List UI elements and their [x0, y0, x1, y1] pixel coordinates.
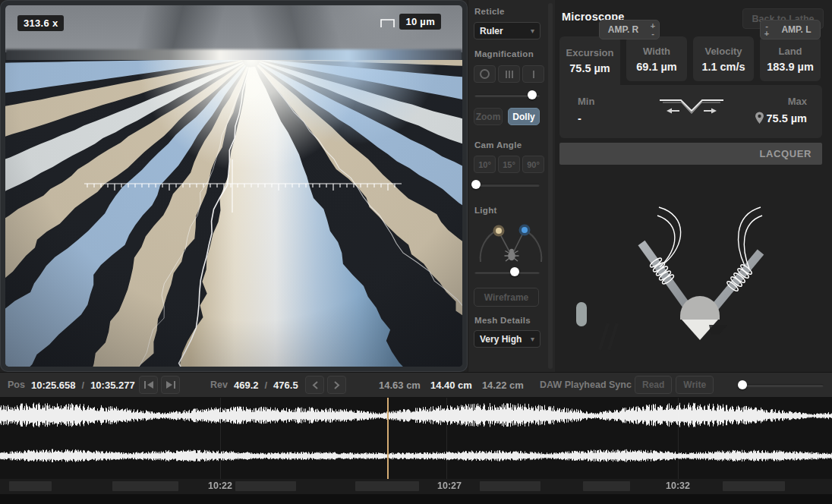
minus-sign: -: [651, 30, 654, 37]
rev-current: 469.2: [234, 380, 259, 391]
view-controls-panel: Reticle Ruler ▾ Magnification Zoom Dolly…: [468, 0, 555, 372]
wireframe-toggle-button[interactable]: Wireframe: [474, 288, 539, 307]
daw-slider-knob[interactable]: [738, 380, 747, 389]
cam-angle-10-button[interactable]: 10°: [474, 156, 496, 173]
pin-icon: [755, 112, 764, 124]
groove-fan-graphic: [5, 5, 462, 367]
skip-start-icon: [144, 381, 153, 389]
amp-right-button[interactable]: AMP. R +-: [599, 20, 660, 39]
cam-angle-slider[interactable]: [474, 180, 540, 189]
timeline-region-block[interactable]: [723, 481, 785, 491]
excursion-range-panel: Min - Max 75.5 µm: [559, 85, 822, 138]
mesh-details-dropdown[interactable]: Very High ▾: [474, 330, 540, 348]
bars-icon: [506, 71, 507, 78]
daw-read-button[interactable]: Read: [635, 376, 672, 394]
next-rev-button[interactable]: [327, 376, 346, 394]
lacquer-surface: LACQUER: [559, 143, 822, 165]
radius-outer: 14.63 cm: [379, 380, 421, 391]
plus-sign: +: [764, 30, 769, 37]
magnification-slider[interactable]: [474, 90, 540, 99]
lacquer-label: LACQUER: [760, 148, 812, 159]
timeline-time-label: 10:27: [437, 480, 462, 491]
timeline-scroll-strip[interactable]: [0, 494, 832, 504]
bar-icon: [533, 71, 534, 78]
circle-lens-icon: [480, 69, 490, 79]
blue-light-knob[interactable]: [519, 225, 531, 236]
amp-left-button[interactable]: -+ AMP. L: [760, 20, 821, 39]
radius-current: 14.40 cm: [430, 380, 472, 391]
stat-tab-land[interactable]: Land 183.9 µm: [760, 36, 821, 81]
timeline-gridline: [220, 398, 221, 479]
rev-label: Rev: [210, 380, 228, 390]
waveform-canvas: [0, 398, 832, 479]
magnification-badge: 313.6 x: [17, 15, 64, 31]
groove-cross-section-icon: [657, 94, 726, 118]
stylus-shadow: [709, 325, 727, 335]
max-value: 75.5 µm: [767, 112, 808, 124]
timeline-gridline: [678, 398, 679, 479]
light-section-label: Light: [474, 206, 497, 215]
cam-angle-90-button[interactable]: 90°: [522, 156, 544, 173]
radius-inner: 14.22 cm: [482, 380, 524, 391]
min-label: Min: [578, 96, 594, 107]
magnification-slider-knob[interactable]: [528, 90, 537, 99]
scale-badge: 10 µm: [399, 14, 441, 30]
cam-angle-section-label: Cam Angle: [474, 140, 522, 150]
reticle-dropdown-value: Ruler: [480, 26, 503, 36]
groove-3d-render[interactable]: 313.6 x 10 µm: [5, 5, 462, 367]
previous-rev-button[interactable]: [305, 376, 324, 394]
timeline-region-block[interactable]: [355, 481, 419, 491]
skip-to-start-button[interactable]: [139, 376, 158, 394]
mesh-details-dropdown-value: Very High: [480, 334, 522, 345]
waveform-display[interactable]: [0, 398, 832, 479]
stat-tab-width[interactable]: Width 69.1 µm: [626, 36, 687, 81]
pos-label: Pos: [8, 380, 25, 390]
scale-bracket-icon: [380, 18, 396, 28]
timeline-region-block[interactable]: [235, 481, 296, 491]
transport-bar: Pos 10:25.658 / 10:35.277 Rev 469.2 / 47…: [0, 372, 832, 398]
reticle-section-label: Reticle: [474, 7, 505, 16]
skip-end-icon: [166, 381, 175, 389]
timeline-time-label: 10:32: [666, 480, 690, 491]
chevron-down-icon: ▾: [531, 335, 534, 343]
rev-total: 476.5: [273, 380, 298, 391]
timeline-region-block[interactable]: [9, 481, 52, 491]
min-value: -: [578, 112, 581, 124]
cam-angle-slider-knob[interactable]: [471, 180, 481, 189]
mesh-details-section-label: Mesh Details: [474, 316, 531, 325]
timeline-region-block[interactable]: [112, 481, 178, 491]
daw-sync-label: DAW Playhead Sync: [540, 380, 632, 390]
light-slider-knob[interactable]: [510, 267, 519, 276]
reticle-dropdown[interactable]: Ruler ▾: [474, 22, 540, 39]
stat-tab-excursion[interactable]: Excursion 75.5 µm: [559, 36, 620, 85]
lens-triple-bar-button[interactable]: [498, 65, 520, 83]
controls-scrollbar[interactable]: [548, 3, 553, 369]
microscope-panel: Microscope Back to Lathe Excursion 75.5 …: [555, 0, 832, 372]
max-label: Max: [788, 96, 807, 107]
lacquer-slashes: [600, 323, 617, 350]
chevron-down-icon: ▾: [531, 27, 534, 35]
stat-tab-velocity[interactable]: Velocity 1.1 cm/s: [693, 36, 754, 81]
playhead[interactable]: [387, 398, 389, 479]
groove-3d-viewport[interactable]: 313.6 x 10 µm: [0, 0, 468, 372]
chevron-left-icon: [312, 381, 318, 389]
timeline-ruler[interactable]: 10:2210:2710:32: [0, 479, 832, 494]
cutter-head-diagram: [555, 182, 832, 357]
timeline-region-block[interactable]: [583, 481, 630, 491]
pos-total: 10:35.277: [90, 380, 135, 391]
chevron-right-icon: [334, 381, 340, 389]
dolly-mode-button[interactable]: Dolly: [508, 108, 540, 125]
zoom-mode-button[interactable]: Zoom: [474, 108, 503, 125]
cam-angle-15-button[interactable]: 15°: [498, 156, 520, 173]
lens-single-bar-button[interactable]: [522, 65, 544, 83]
lens-circle-button[interactable]: [474, 65, 496, 83]
light-position-widget[interactable]: [476, 218, 546, 265]
skip-to-end-button[interactable]: [161, 376, 180, 394]
timeline-region-block[interactable]: [480, 481, 540, 491]
daw-write-button[interactable]: Write: [676, 376, 714, 394]
magnification-section-label: Magnification: [474, 49, 534, 58]
light-slider[interactable]: [474, 267, 540, 276]
warm-light-knob[interactable]: [493, 225, 505, 237]
pos-current: 10:25.658: [31, 380, 76, 391]
daw-sync-slider[interactable]: [738, 380, 824, 389]
